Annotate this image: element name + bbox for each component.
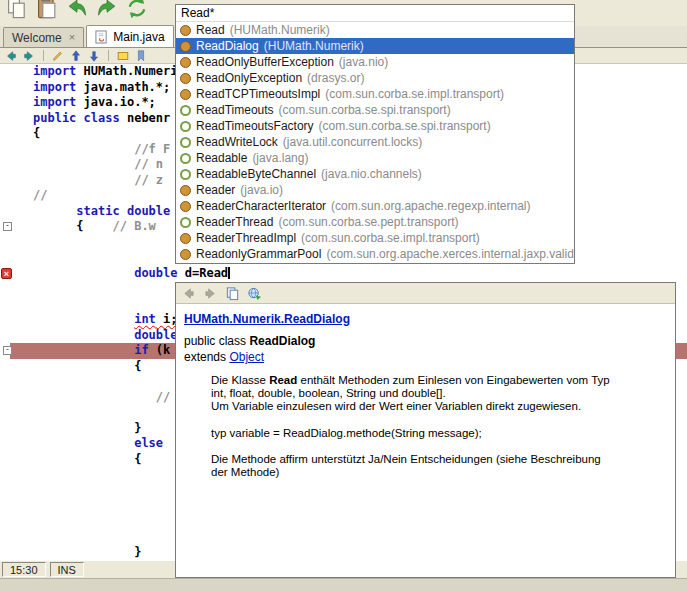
completion-item-package: (com.sun.org.apache.xerces.internal.jaxp… [326, 247, 574, 261]
javadoc-text-line: Die Methode affirm unterstützt Ja/Nein E… [211, 453, 667, 466]
completion-item[interactable]: ReaderThread(com.sun.corba.se.pept.trans… [176, 214, 574, 230]
find-previous-icon[interactable] [69, 49, 83, 63]
completion-item[interactable]: ReadOnlyException(drasys.or) [176, 70, 574, 86]
signature-text: ReadDialog [249, 334, 315, 348]
class-icon [180, 89, 191, 100]
completion-item[interactable]: ReadWriteLock(java.util.concurrent.locks… [176, 134, 574, 150]
tab-welcome-label: Welcome [12, 31, 62, 45]
completion-item-name: ReaderThread [196, 215, 273, 229]
completion-item-name: ReadOnlyException [196, 71, 302, 85]
extends-link[interactable]: Object [229, 350, 264, 364]
highlight-icon[interactable] [116, 49, 130, 63]
completion-item[interactable]: ReadTimeouts(com.sun.corba.se.spi.transp… [176, 102, 574, 118]
completion-item[interactable]: Read(HUMath.Numerik) [176, 22, 574, 38]
completion-item-package: (java.util.concurrent.locks) [283, 135, 422, 149]
interface-icon [180, 121, 191, 132]
close-icon[interactable]: × [69, 32, 75, 43]
completion-item-name: ReaderThreadImpl [196, 231, 296, 245]
signature-text: extends [184, 350, 229, 364]
completion-list[interactable]: Read(HUMath.Numerik)ReadDialog(HUMath.Nu… [176, 22, 574, 262]
javadoc-text-line: Um Variable einzulesen wird der Wert ein… [211, 400, 667, 413]
interface-icon [180, 153, 191, 164]
class-icon [180, 41, 191, 52]
class-icon [180, 249, 191, 260]
javadoc-signature: public class ReadDialogextends Object [184, 333, 667, 365]
completion-item[interactable]: ReaderThreadImpl(com.sun.corba.se.impl.t… [176, 230, 574, 246]
javadoc-signature-line: extends Object [184, 349, 667, 365]
interface-icon [180, 217, 191, 228]
completion-item-name: ReadableByteChannel [196, 167, 316, 181]
completion-item[interactable]: Readable(java.lang) [176, 150, 574, 166]
completion-item[interactable]: ReadonlyGrammarPool(com.sun.org.apache.x… [176, 246, 574, 262]
completion-item-name: Reader [196, 183, 235, 197]
completion-item-package: (com.sun.corba.se.spi.transport) [319, 119, 491, 133]
bookmark-icon[interactable] [134, 49, 148, 63]
editor-gutter: -×- [0, 64, 28, 560]
completion-query: Read* [176, 5, 574, 22]
javadoc-text-line [211, 440, 667, 453]
doc-copy-icon[interactable] [225, 286, 240, 301]
javadoc-signature-line: public class ReadDialog [184, 333, 667, 349]
signature-text: public class [184, 334, 249, 348]
javadoc-text-line [211, 414, 667, 427]
completion-item[interactable]: Reader(java.io) [176, 182, 574, 198]
copy-icon[interactable] [5, 0, 29, 20]
toolbar-separator [43, 50, 44, 61]
completion-item-name: Readable [196, 151, 247, 165]
javadoc-text-line: typ variable = ReadDialog.methode(String… [211, 427, 667, 440]
javadoc-content: HUMath.Numerik.ReadDialog public class R… [176, 304, 675, 480]
caret-position: 15:30 [2, 562, 46, 577]
javadoc-text-line: int, float, double, boolean, String und … [211, 387, 667, 400]
undo-icon[interactable] [65, 0, 89, 20]
completion-item[interactable]: ReadTCPTimeoutsImpl(com.sun.corba.se.imp… [176, 86, 574, 102]
insert-mode-indicator: INS [50, 562, 84, 577]
completion-item-name: ReadTimeouts [196, 103, 274, 117]
tab-welcome[interactable]: Welcome × [3, 27, 84, 47]
java-file-icon [95, 30, 108, 44]
completion-item-package: (java.nio.channels) [321, 167, 422, 181]
completion-item[interactable]: ReaderCharacterIterator(com.sun.org.apac… [176, 198, 574, 214]
find-next-icon[interactable] [87, 49, 101, 63]
code-completion-popup: Read* Read(HUMath.Numerik)ReadDialog(HUM… [175, 4, 575, 264]
completion-item-name: ReadDialog [196, 39, 259, 53]
completion-item[interactable]: ReadableByteChannel(java.nio.channels) [176, 166, 574, 182]
code-fold-icon[interactable]: - [3, 222, 12, 231]
last-edit-icon[interactable] [51, 49, 65, 63]
completion-item-package: (java.nio) [339, 55, 388, 69]
completion-item[interactable]: ReadOnlyBufferException(java.nio) [176, 54, 574, 70]
class-icon [180, 73, 191, 84]
interface-icon [180, 105, 191, 116]
class-icon [180, 185, 191, 196]
completion-item-name: ReadOnlyBufferException [196, 55, 334, 69]
paste-icon[interactable] [35, 0, 59, 20]
class-icon [180, 25, 191, 36]
open-in-browser-icon[interactable] [247, 286, 262, 301]
back-icon[interactable] [4, 49, 18, 63]
completion-item-package: (drasys.or) [307, 71, 364, 85]
completion-item-package: (java.io) [240, 183, 283, 197]
completion-item[interactable]: ReadDialog(HUMath.Numerik) [176, 38, 574, 54]
bottom-edge [0, 578, 687, 591]
doc-back-icon[interactable] [181, 286, 196, 301]
completion-item-package: (com.sun.org.apache.regexp.internal) [331, 199, 530, 213]
doc-forward-icon[interactable] [203, 286, 218, 301]
sync-icon[interactable] [125, 0, 149, 20]
code-line[interactable]: double d=Read [0, 266, 687, 282]
completion-item-name: ReadTCPTimeoutsImpl [196, 87, 320, 101]
forward-icon[interactable] [22, 49, 36, 63]
toolbar-separator [108, 50, 109, 61]
completion-item-package: (java.lang) [252, 151, 308, 165]
tab-main-java-label: Main.java [113, 30, 164, 44]
completion-item-name: ReadWriteLock [196, 135, 278, 149]
class-icon [180, 233, 191, 244]
text-caret [228, 267, 230, 279]
javadoc-text-line: Die Klasse Read enthält Methoden zum Ein… [211, 374, 667, 387]
completion-item[interactable]: ReadTimeoutsFactory(com.sun.corba.se.spi… [176, 118, 574, 134]
javadoc-title-link[interactable]: HUMath.Numerik.ReadDialog [184, 312, 350, 326]
javadoc-popup: HUMath.Numerik.ReadDialog public class R… [175, 282, 676, 578]
javadoc-toolbar [176, 283, 675, 304]
code-fold-icon[interactable]: - [3, 346, 12, 355]
completion-item-package: (com.sun.corba.se.spi.transport) [279, 103, 451, 117]
redo-icon[interactable] [95, 0, 119, 20]
tab-main-java[interactable]: Main.java [86, 25, 173, 47]
